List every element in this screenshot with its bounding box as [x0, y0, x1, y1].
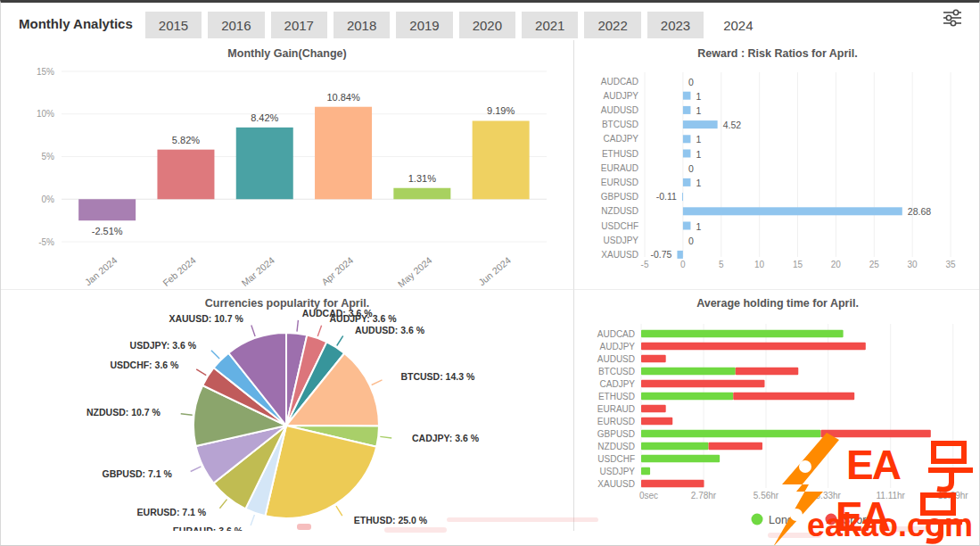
category-label: EURUSD	[597, 417, 635, 426]
reward-bar-audjpy[interactable]	[683, 92, 691, 100]
reward-bar-audusd[interactable]	[683, 106, 691, 114]
category-label: XAUUSD	[597, 479, 635, 489]
holding-bar-btcusd-short[interactable]	[736, 368, 799, 376]
filter-sliders-icon[interactable]	[938, 4, 967, 34]
pie-label-usdchf: USDCHF: 3.6 %	[110, 360, 179, 370]
tab-2015[interactable]: 2015	[145, 12, 202, 38]
holding-bar-xauusd-short[interactable]	[641, 480, 704, 488]
bar-value-label: -0.11	[656, 191, 677, 202]
tab-2022[interactable]: 2022	[584, 12, 640, 38]
pie-label-audusd: AUDUSD: 3.6 %	[355, 325, 425, 335]
x-tick-label: -5	[641, 260, 649, 269]
holding-bar-euraud-short[interactable]	[641, 405, 666, 413]
reward-bar-eurusd[interactable]	[683, 178, 691, 186]
legend-short-label: Short	[843, 514, 869, 526]
pie-label-usdjpy: USDJPY: 3.6 %	[130, 340, 197, 351]
bar-value-label: 1	[696, 221, 701, 232]
reward-bar-ethusd[interactable]	[683, 150, 691, 158]
reward-bar-btcusd[interactable]	[683, 120, 718, 128]
pie-label-nzdusd: NZDUSD: 10.7 %	[86, 407, 161, 418]
panel-currency-popularity: Currencies popularity for April. AUDCAD:…	[1, 290, 574, 531]
category-label: BTCUSD	[602, 120, 638, 129]
x-tick-label: 11.11hr	[877, 491, 906, 500]
bar-apr-2024[interactable]	[315, 107, 372, 200]
pie-leader-line	[317, 326, 321, 336]
holding-bar-cadjpy-short[interactable]	[641, 380, 764, 388]
holding-time-chart: 0sec2.78hr5.56hr8.33hr11.11hr13.89hrAUDC…	[574, 290, 980, 531]
legend-long-dot	[752, 514, 763, 525]
bar-value-label: 5.82%	[172, 135, 200, 145]
holding-bar-audjpy-short[interactable]	[641, 343, 866, 351]
bar-value-label: 1	[696, 134, 701, 145]
category-label: AUDUSD	[601, 105, 638, 115]
holding-bar-btcusd-long[interactable]	[641, 368, 736, 376]
holding-bar-audcad-long[interactable]	[641, 330, 844, 338]
holding-bar-ethusd-long[interactable]	[641, 393, 733, 401]
holding-bar-usdchf-long[interactable]	[641, 455, 720, 463]
reward-bar-nzdusd[interactable]	[683, 207, 902, 215]
pie-label-cadjpy: CADJPY: 3.6 %	[412, 433, 480, 443]
category-label: EURAUD	[601, 163, 638, 173]
pie-leader-line	[211, 351, 219, 359]
bar-jun-2024[interactable]	[473, 120, 530, 199]
reward-bar-xauusd[interactable]	[677, 251, 682, 259]
pie-leader-line	[219, 500, 226, 509]
bar-value-label: -0.75	[651, 249, 672, 260]
holding-bar-gbpusd-long[interactable]	[641, 430, 820, 438]
bar-feb-2024[interactable]	[157, 150, 214, 200]
tab-2016[interactable]: 2016	[208, 12, 264, 38]
tab-2019[interactable]: 2019	[396, 12, 452, 38]
pie-leader-line	[251, 515, 254, 525]
y-tick-label: 0%	[42, 194, 55, 204]
y-tick-label: 10%	[37, 109, 54, 119]
category-label: GBPUSD	[601, 192, 638, 202]
pie-leader-line	[181, 414, 193, 415]
reward-bar-cadjpy[interactable]	[683, 135, 691, 143]
bar-may-2024[interactable]	[393, 188, 450, 200]
holding-bar-nzdusd-long[interactable]	[641, 443, 709, 451]
y-tick-label: -5%	[38, 237, 54, 247]
category-label: AUDUSD	[597, 354, 635, 364]
bar-value-label: 0	[688, 236, 694, 246]
x-tick-label: 30	[908, 260, 918, 269]
pie-label-xauusd: XAUUSD: 10.7 %	[169, 313, 243, 324]
category-label: May 2024	[396, 254, 434, 289]
tab-2024[interactable]: 2024	[710, 12, 766, 38]
bar-value-label: 0	[688, 163, 694, 174]
reward-bar-usdchf[interactable]	[683, 222, 691, 230]
reward-bar-gbpusd[interactable]	[682, 193, 683, 201]
bar-value-label: 1.31%	[408, 173, 436, 184]
bar-value-label: 28.68	[908, 206, 931, 217]
category-label: AUDCAD	[601, 77, 638, 87]
x-tick-label: 5	[719, 260, 724, 269]
bar-value-label: 4.52	[723, 120, 742, 130]
category-label: AUDCAD	[597, 329, 635, 339]
holding-bar-eurusd-short[interactable]	[641, 418, 672, 426]
holding-bar-usdjpy-long[interactable]	[641, 467, 650, 476]
holding-bar-nzdusd-short[interactable]	[709, 443, 762, 451]
tab-2021[interactable]: 2021	[522, 12, 578, 38]
pie-leader-line	[297, 320, 298, 332]
tab-2020[interactable]: 2020	[459, 12, 515, 38]
category-label: USDCHF	[601, 221, 638, 231]
x-tick-label: 2.78hr	[691, 491, 717, 500]
tab-2017[interactable]: 2017	[271, 12, 327, 38]
tab-2018[interactable]: 2018	[334, 12, 390, 38]
category-label: USDJPY	[604, 236, 639, 245]
tab-2023[interactable]: 2023	[647, 12, 704, 38]
category-label: AUDJPY	[604, 91, 639, 101]
category-label: Feb 2024	[161, 254, 198, 288]
pie-label-audjpy: AUDJPY: 3.6 %	[330, 313, 398, 324]
holding-bar-audusd-short[interactable]	[641, 355, 666, 363]
sliders-icon	[942, 8, 963, 28]
x-tick-label: 15	[793, 260, 803, 269]
holding-bar-gbpusd-short[interactable]	[820, 430, 930, 438]
category-label: GBPUSD	[597, 429, 635, 439]
x-tick-label: 35	[945, 260, 956, 269]
x-tick-label: 10	[754, 260, 765, 269]
bar-value-label: 1	[696, 105, 701, 116]
currency-popularity-pie: AUDCAD: 3.6 %AUDJPY: 3.6 %AUDUSD: 3.6 %B…	[1, 290, 574, 531]
bar-jan-2024[interactable]	[78, 199, 136, 220]
holding-bar-ethusd-short[interactable]	[733, 393, 854, 401]
bar-mar-2024[interactable]	[236, 128, 293, 199]
